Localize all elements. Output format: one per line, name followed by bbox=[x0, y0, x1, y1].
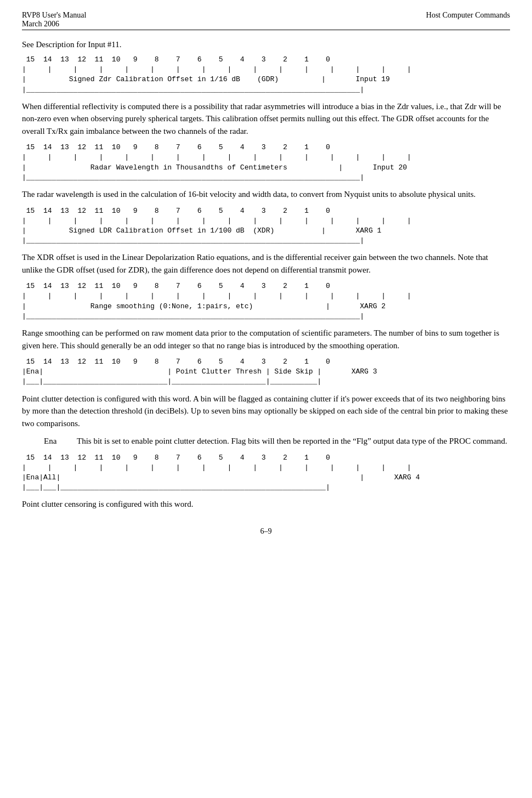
diagram-input19: 15 14 13 12 11 10 9 8 7 6 5 4 3 2 1 0 | … bbox=[22, 55, 510, 95]
intro-text: See Description for Input #11. bbox=[22, 40, 510, 49]
ena-term: Ena bbox=[44, 435, 77, 448]
para6: Point clutter censoring is configured wi… bbox=[22, 498, 510, 511]
header-left: RVP8 User's Manual March 2006 bbox=[22, 11, 86, 29]
header-right: Host Computer Commands bbox=[426, 11, 510, 29]
ena-body: This bit is set to enable point clutter … bbox=[77, 435, 507, 448]
para5: Point clutter detection is configured wi… bbox=[22, 393, 510, 430]
diagram-xarg4: 15 14 13 12 11 10 9 8 7 6 5 4 3 2 1 0 | … bbox=[22, 453, 510, 493]
page-footer: 6–9 bbox=[22, 527, 510, 536]
para1: When differential reflectivity is comput… bbox=[22, 100, 510, 138]
ena-definition: EnaThis bit is set to enable point clutt… bbox=[44, 435, 510, 448]
para4: Range smoothing can be performed on raw … bbox=[22, 327, 510, 352]
para2: The radar wavelength is used in the calc… bbox=[22, 188, 510, 201]
diagram-xarg3: 15 14 13 12 11 10 9 8 7 6 5 4 3 2 1 0 |E… bbox=[22, 357, 510, 387]
para3: The XDR offset is used in the Linear Dep… bbox=[22, 251, 510, 276]
diagram-input20: 15 14 13 12 11 10 9 8 7 6 5 4 3 2 1 0 | … bbox=[22, 143, 510, 183]
diagram-xarg1: 15 14 13 12 11 10 9 8 7 6 5 4 3 2 1 0 | … bbox=[22, 206, 510, 246]
diagram-xarg2: 15 14 13 12 11 10 9 8 7 6 5 4 3 2 1 0 | … bbox=[22, 281, 510, 321]
page-header: RVP8 User's Manual March 2006 Host Compu… bbox=[22, 11, 510, 30]
